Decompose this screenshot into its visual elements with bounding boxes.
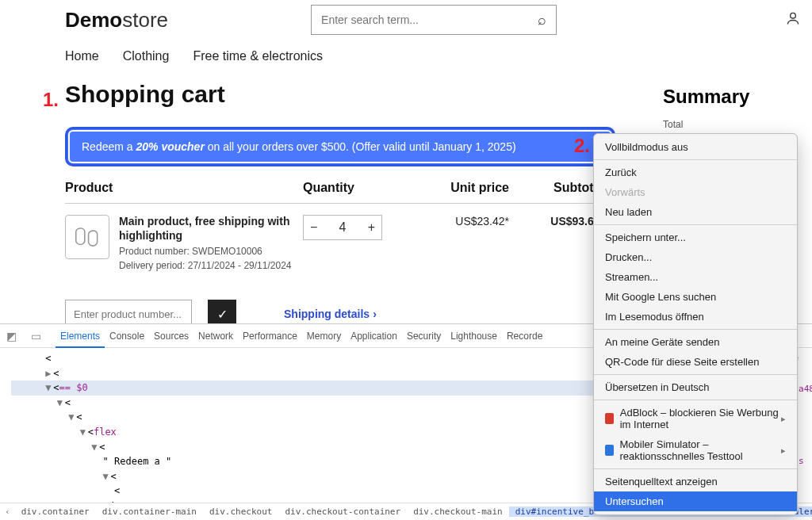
context-menu-item-label: Neu laden (605, 206, 652, 218)
context-menu-item-label: Mit Google Lens suchen (605, 291, 716, 303)
promo-suffix: on all your orders over $500. (Offer val… (205, 140, 516, 153)
nav-link[interactable]: Clothing (123, 49, 170, 63)
device-toolbar-icon[interactable]: ▭ (31, 330, 44, 342)
store-logo[interactable]: Demostore (65, 8, 168, 32)
breadcrumb-node[interactable]: div.checkout-main (407, 507, 509, 517)
devtools-tab[interactable]: Network (193, 326, 238, 346)
pn-label: Product number: (119, 246, 192, 257)
devtools-tab[interactable]: Performance (238, 326, 302, 346)
devtools-tab[interactable]: Memory (302, 326, 346, 346)
nav-link[interactable]: Home (65, 49, 99, 63)
context-menu-item-label: Streamen... (605, 271, 658, 283)
product-thumb[interactable] (65, 215, 109, 259)
qty-value: 4 (339, 220, 347, 235)
svg-point-0 (791, 13, 796, 18)
devtools-tab[interactable]: Elements (56, 326, 105, 348)
search-input[interactable] (321, 13, 538, 26)
col-product: Product (65, 181, 303, 195)
promo-banner: Redeem a 20% voucher on all your orders … (65, 127, 615, 166)
summary-card: Summary Total (663, 86, 804, 130)
context-menu-item[interactable]: Speichern unter... (594, 228, 797, 247)
context-menu-item-label: An meine Geräte senden (605, 336, 720, 348)
logo-rest: store (122, 8, 168, 32)
breadcrumb-node[interactable]: div.container (15, 507, 96, 517)
context-menu-item-label: AdBlock – blockieren Sie Werbung im Inte… (620, 407, 781, 430)
context-menu-item[interactable]: Übersetzen in Deutsch (594, 377, 797, 397)
inspect-element-icon[interactable]: ◩ (6, 330, 20, 342)
summary-total-label: Total (663, 119, 804, 130)
promo-prefix: Redeem a (82, 140, 136, 153)
context-menu-item-label: Seitenquelltext anzeigen (605, 476, 718, 488)
context-menu-item[interactable]: Drucken... (594, 247, 797, 267)
breadcrumb-left-icon[interactable]: ‹ (0, 507, 15, 517)
devtools-tab[interactable]: Application (346, 326, 402, 346)
context-menu-item[interactable]: Untersuchen (594, 491, 797, 511)
nav-link[interactable]: Free time & electronics (193, 49, 323, 63)
breadcrumb-node[interactable]: div.checkout (203, 507, 278, 517)
devtools-tab[interactable]: Recorde (502, 326, 547, 346)
search-box[interactable]: ⌕ (311, 5, 557, 35)
context-menu-item-label: Übersetzen in Deutsch (605, 381, 710, 393)
context-menu-item[interactable]: QR-Code für diese Seite erstellen (594, 352, 797, 372)
context-menu-item[interactable]: Seitenquelltext anzeigen (594, 472, 797, 491)
cart-table: Product Quantity Unit price Subtotal Mai… (65, 181, 620, 271)
chevron-right-icon: › (373, 308, 377, 320)
breadcrumb-node[interactable]: div.container-main (96, 507, 203, 517)
context-menu-item-label: Speichern unter... (605, 231, 686, 243)
pn-value: SWDEMO10006 (192, 246, 262, 257)
submenu-arrow-icon: ▸ (781, 414, 786, 424)
context-menu-item-label: QR-Code für diese Seite erstellen (605, 356, 759, 368)
account-icon[interactable] (785, 10, 801, 30)
devtools-tab[interactable]: Lighthouse (446, 326, 502, 346)
context-menu-item[interactable]: Im Lesemodus öffnen (594, 307, 797, 327)
unit-price: US$23.42* (398, 215, 509, 271)
qty-plus-icon[interactable]: + (368, 220, 375, 235)
context-menu-item[interactable]: Neu laden (594, 202, 797, 222)
qty-minus-icon[interactable]: − (310, 220, 317, 235)
devtools-tab[interactable]: Security (402, 326, 446, 346)
extension-icon (605, 445, 614, 456)
annotation-step-1: 1. (43, 89, 59, 111)
devtools-tab[interactable]: Sources (149, 326, 193, 346)
context-menu-item[interactable]: An meine Geräte senden (594, 332, 797, 352)
shipping-details-label: Shipping details (284, 308, 370, 320)
shipping-details-link[interactable]: Shipping details› (284, 308, 377, 320)
context-menu-item-label: Zurück (605, 166, 637, 178)
context-menu-item-label: Vollbildmodus aus (605, 141, 688, 153)
context-menu-item-label: Im Lesemodus öffnen (605, 311, 704, 323)
context-menu-item: Vorwärts (594, 182, 797, 202)
subtotal: US$93.68* (509, 215, 604, 271)
extension-icon (605, 413, 614, 424)
context-menu-item-label: Drucken... (605, 251, 652, 263)
col-subtotal: Subtotal (509, 181, 604, 195)
annotation-step-2: 2. (574, 135, 590, 157)
context-menu-item-label: Mobiler Simulator – reaktionsschnelles T… (620, 438, 781, 462)
col-unit-price: Unit price (398, 181, 509, 195)
context-menu[interactable]: Vollbildmodus ausZurückVorwärtsNeu laden… (593, 133, 798, 515)
context-menu-item-label: Untersuchen (605, 495, 664, 507)
context-menu-item-label: Vorwärts (605, 186, 645, 198)
promo-bold: 20% voucher (136, 140, 204, 153)
submenu-arrow-icon: ▸ (781, 445, 786, 456)
breadcrumb-node[interactable]: div.checkout-container (278, 507, 407, 517)
context-menu-item[interactable]: Vollbildmodus aus (594, 137, 797, 157)
quantity-stepper[interactable]: − 4 + (303, 215, 382, 240)
product-name[interactable]: Main product, free shipping with highlig… (119, 215, 303, 243)
search-icon[interactable]: ⌕ (538, 12, 546, 29)
devtools-tab[interactable]: Console (105, 326, 149, 346)
main-nav: HomeClothingFree time & electronics (65, 35, 812, 70)
context-menu-item[interactable]: AdBlock – blockieren Sie Werbung im Inte… (594, 403, 797, 434)
context-menu-item[interactable]: Mobiler Simulator – reaktionsschnelles T… (594, 434, 797, 466)
context-menu-item[interactable]: Zurück (594, 162, 797, 182)
cart-row: Main product, free shipping with highlig… (65, 204, 620, 271)
context-menu-item[interactable]: Streamen... (594, 267, 797, 287)
col-quantity: Quantity (303, 181, 398, 195)
summary-title: Summary (663, 86, 804, 108)
context-menu-item[interactable]: Mit Google Lens suchen (594, 287, 797, 307)
delivery-period: Delivery period: 27/11/2024 - 29/11/2024 (119, 260, 303, 271)
logo-bold: Demo (65, 8, 122, 32)
